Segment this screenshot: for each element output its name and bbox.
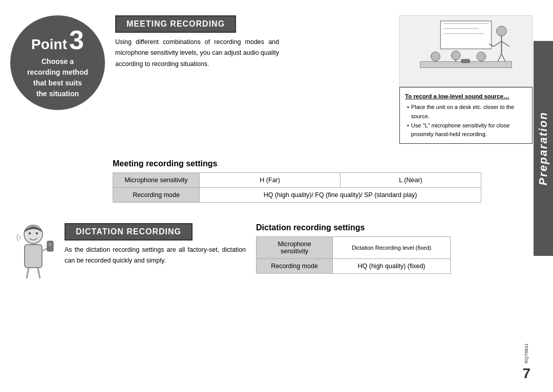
dictation-table-header-mode: Recording mode — [257, 258, 333, 273]
meeting-recording-header: MEETING RECORDING — [115, 15, 236, 33]
table-header-mic: Microphone sensitivity — [113, 172, 200, 187]
svg-rect-19 — [461, 59, 470, 63]
meeting-settings-title: Meeting recording settings — [113, 159, 543, 168]
meeting-recording-description: Using different combinations of recordin… — [115, 37, 279, 70]
preparation-tab: Preparation — [534, 41, 553, 256]
svg-point-15 — [451, 51, 460, 60]
dictation-content: DICTATION RECORDING As the dictation rec… — [65, 223, 246, 267]
page-number: 7 — [522, 365, 530, 382]
table-row: Recording mode HQ (high quality) (fixed) — [257, 258, 451, 273]
dictation-settings-table: Microphone sensitivity Dictation Recordi… — [256, 236, 451, 274]
dictation-recording-header: DICTATION RECORDING — [65, 223, 193, 241]
point-number: 3 — [69, 27, 84, 53]
svg-point-5 — [497, 26, 507, 36]
table-value-l-near: L (Near) — [341, 172, 481, 187]
preparation-label: Preparation — [537, 112, 550, 185]
table-header-mode: Recording mode — [113, 187, 200, 202]
dictation-settings-title: Dictation recording settings — [256, 223, 543, 232]
dictation-table-value-level: Dictation Recording level (fixed) — [333, 236, 451, 258]
svg-line-28 — [38, 268, 40, 278]
svg-line-27 — [27, 268, 29, 278]
dictation-left: DICTATION RECORDING As the dictation rec… — [10, 223, 246, 279]
dictation-right: Dictation recording settings Microphone … — [256, 223, 543, 274]
meeting-illustration: To record a low-level sound source… • Pl… — [399, 15, 543, 144]
svg-point-26 — [49, 243, 52, 246]
table-value-h-far: H (Far) — [200, 172, 341, 187]
point-word: Point — [31, 36, 67, 53]
page-container: Preparation RQT8841 7 Point 3 Choose are… — [0, 0, 553, 392]
table-row: Microphone sensitivity H (Far) L (Near) — [113, 172, 481, 187]
dictation-illustration — [10, 223, 56, 279]
meeting-section: MEETING RECORDING Using different combin… — [115, 15, 543, 144]
dictation-table-header-mic: Microphone sensitivity — [257, 236, 333, 258]
dictation-svg — [10, 223, 56, 279]
meeting-settings-section: Meeting recording settings Microphone se… — [113, 159, 543, 203]
svg-point-21 — [29, 232, 31, 234]
point-label: Point 3 — [31, 27, 84, 53]
tip-bullet-1: • Place the unit on a desk etc. closer t… — [407, 103, 527, 121]
svg-rect-23 — [25, 245, 42, 268]
meeting-settings-table: Microphone sensitivity H (Far) L (Near) … — [113, 172, 481, 203]
point-subtitle: Choose arecording methodthat best suitst… — [27, 56, 88, 99]
svg-rect-1 — [440, 20, 491, 49]
top-section: Point 3 Choose arecording methodthat bes… — [10, 15, 543, 144]
rqt-code: RQT8841 — [524, 343, 529, 363]
tip-title: To record a low-level sound source… — [405, 92, 527, 101]
point-circle: Point 3 Choose arecording methodthat bes… — [10, 15, 105, 110]
dictation-recording-description: As the dictation recording settings are … — [65, 245, 246, 267]
tip-bullet-2: • Use "L" microphone sensitivity for clo… — [407, 121, 527, 139]
meeting-illustration-image — [399, 15, 533, 87]
bottom-section: DICTATION RECORDING As the dictation rec… — [10, 223, 543, 279]
table-row: Microphone sensitivity Dictation Recordi… — [257, 236, 451, 258]
tip-box: To record a low-level sound source… • Pl… — [399, 87, 533, 144]
table-value-modes: HQ (high quality)/ FQ (fine quality)/ SP… — [200, 187, 481, 202]
table-row: Recording mode HQ (high quality)/ FQ (fi… — [113, 187, 481, 202]
svg-point-22 — [36, 232, 38, 234]
svg-point-17 — [477, 52, 486, 61]
page-number-area: RQT8841 7 — [522, 343, 530, 382]
dictation-table-value-mode: HQ (high quality) (fixed) — [333, 258, 451, 273]
svg-point-13 — [431, 52, 440, 61]
meeting-svg — [400, 16, 532, 87]
